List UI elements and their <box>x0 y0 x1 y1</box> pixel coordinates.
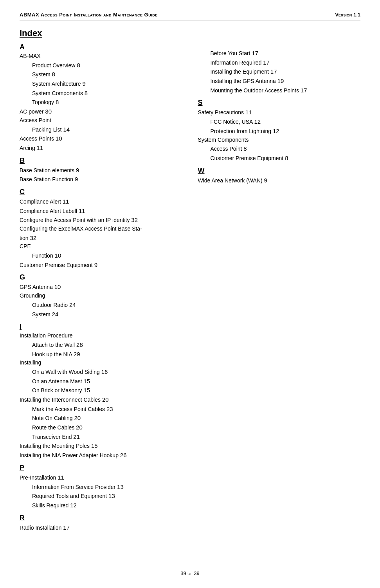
list-item: Access Points 10 <box>20 134 182 143</box>
section-c-letter: C <box>20 188 182 196</box>
list-item: Function 10 <box>20 251 182 260</box>
list-item: Installing the Equipment 17 <box>198 67 361 76</box>
list-item: Access Point <box>20 116 182 125</box>
list-item: Radio Installation 17 <box>20 523 182 532</box>
section-b-letter: B <box>20 157 182 165</box>
section-i-letter: I <box>20 323 182 331</box>
list-item: Compliance Alert 11 <box>20 197 182 206</box>
list-item: On a Wall with Wood Siding 16 <box>20 367 182 377</box>
page-header: ABMAX Access Point Installation and Main… <box>20 12 360 20</box>
section-r-letter: R <box>20 514 182 522</box>
list-item: CPE <box>20 242 182 251</box>
list-item: Installing the Mounting Poles 15 <box>20 441 182 451</box>
section-g-letter: G <box>20 273 182 281</box>
list-item: FCC Notice, USA 12 <box>198 117 361 126</box>
r-continuation: Before You Start 17 Information Required… <box>198 49 361 95</box>
list-item: Protection from Lightning 12 <box>198 126 361 136</box>
list-item: Configuring the ExcelMAX Access Point Ba… <box>20 225 182 242</box>
list-item: Base Station elements 9 <box>20 166 182 175</box>
list-item: System 24 <box>20 310 182 319</box>
list-item: Customer Premise Equipment 9 <box>20 260 182 270</box>
list-item: AB-MAX <box>20 52 182 61</box>
list-item: System Components 8 <box>20 88 182 98</box>
list-item: Grounding <box>20 292 182 300</box>
index-content: Index A AB-MAX Product Overview 8 System… <box>20 28 360 532</box>
list-item: Packing List 14 <box>20 125 182 134</box>
list-item: On an Antenna Mast 15 <box>20 377 182 386</box>
list-item: AC power 30 <box>20 107 182 116</box>
list-item: Information Required 17 <box>198 58 361 67</box>
page-number: 39 of 39 <box>180 570 200 576</box>
section-p-letter: P <box>20 464 182 472</box>
list-item: System 8 <box>20 70 182 79</box>
list-item: Required Tools and Equipment 13 <box>20 491 182 501</box>
list-item: Mounting the Outdoor Access Points 17 <box>198 86 361 95</box>
list-item: Product Overview 8 <box>20 61 182 70</box>
list-item: Safety Precautions 11 <box>198 108 361 117</box>
list-item: Note On Cabling 20 <box>20 413 182 423</box>
section-w-letter: W <box>198 167 361 175</box>
list-item: Mark the Access Point Cables 23 <box>20 404 182 414</box>
list-item: Attach to the Wall 28 <box>20 340 182 350</box>
list-item: Customer Premise Equipment 8 <box>198 153 361 163</box>
list-item: Topology 8 <box>20 97 182 107</box>
section-a-letter: A <box>20 43 182 51</box>
list-item: Transceiver End 21 <box>20 432 182 442</box>
header-title: ABMAX Access Point Installation and Main… <box>20 12 158 18</box>
list-item: Hook up the NIA 29 <box>20 350 182 359</box>
page-footer: 39 of 39 <box>20 570 360 576</box>
list-item: Skills Required 12 <box>20 501 182 510</box>
list-item: Route the Cables 20 <box>20 423 182 432</box>
list-item: Configure the Access Point with an IP id… <box>20 215 182 225</box>
page: ABMAX Access Point Installation and Main… <box>0 0 380 588</box>
right-column: Before You Start 17 Information Required… <box>198 28 361 532</box>
header-version: Version 1.1 <box>335 12 360 18</box>
list-item: Compliance Alert Labell 11 <box>20 206 182 216</box>
list-item: Information From Service Provider 13 <box>20 482 182 492</box>
list-item: Before You Start 17 <box>198 49 361 58</box>
list-item: System Components <box>198 136 361 144</box>
list-item: Access Point 8 <box>198 144 361 153</box>
section-s-letter: S <box>198 99 361 107</box>
list-item: On Brick or Masonry 15 <box>20 386 182 395</box>
list-item: Installation Procedure <box>20 332 182 340</box>
list-item: Installing the NIA Power Adapter Hookup … <box>20 451 182 460</box>
list-item: Installing <box>20 359 182 367</box>
list-item: Base Station Function 9 <box>20 175 182 184</box>
list-item: GPS Antenna 10 <box>20 282 182 292</box>
list-item: Pre-Installation 11 <box>20 473 182 482</box>
list-item: Outdoor Radio 24 <box>20 300 182 310</box>
page-title: Index <box>20 28 182 38</box>
list-item: System Architecture 9 <box>20 79 182 88</box>
left-column: Index A AB-MAX Product Overview 8 System… <box>20 28 182 532</box>
list-item: Arcing 11 <box>20 143 182 153</box>
list-item: Wide Area Network (WAN) 9 <box>198 176 361 185</box>
list-item: Installing the Interconnect Cables 20 <box>20 395 182 404</box>
list-item: Installing the GPS Antenna 19 <box>198 76 361 86</box>
